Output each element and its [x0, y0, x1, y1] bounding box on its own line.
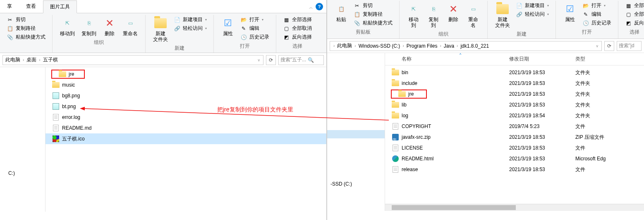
- file-row[interactable]: javafx-src.zip 2021/3/19 18:53 ZIP 压缩文件: [385, 132, 644, 143]
- tab-share[interactable]: 享: [0, 0, 19, 13]
- file-row[interactable]: lib 2021/3/19 18:53 文件夹: [385, 99, 644, 110]
- easy-access-button[interactable]: 🔗轻松访问▾: [172, 24, 208, 32]
- file-row[interactable]: jre 2021/3/19 18:53 文件夹: [385, 89, 644, 99]
- file-row[interactable]: 五子棋.ico: [45, 133, 326, 144]
- paste-shortcut-button[interactable]: 📎粘贴快捷方式: [5, 33, 47, 41]
- col-date[interactable]: 修改日期: [509, 56, 575, 63]
- invert-selection-button[interactable]: ◩反向: [623, 19, 644, 27]
- new-folder-button[interactable]: 新建 文件夹: [151, 16, 170, 43]
- properties-button[interactable]: ☑属性: [219, 16, 237, 37]
- search-input[interactable]: 搜索"jd: [617, 41, 642, 51]
- crumb-desktop[interactable]: 桌面: [26, 56, 37, 63]
- file-name: lib: [402, 102, 407, 108]
- file-name: jre: [408, 91, 414, 97]
- file-row[interactable]: COPYRIGHT 2019/7/4 5:23 文件: [385, 121, 644, 132]
- refresh-button[interactable]: ⟳: [604, 41, 614, 51]
- select-all-button[interactable]: ▦全部: [623, 2, 644, 10]
- txt-icon: [52, 114, 60, 121]
- crumb-pf[interactable]: Program Files: [406, 43, 438, 49]
- group-label: 打开: [582, 27, 592, 36]
- breadcrumb[interactable]: 此电脑› 桌面› 五子棋 v: [2, 55, 263, 65]
- search-input[interactable]: 搜索"五子...🔍: [278, 55, 324, 65]
- file-row[interactable]: jre: [45, 69, 326, 80]
- invert-selection-button[interactable]: ◩反向选择: [281, 33, 314, 41]
- file-list[interactable]: jremusicbg8.pngbt.pngerror.logREADME.md五…: [45, 67, 326, 212]
- col-name[interactable]: 名称: [385, 56, 509, 63]
- open-button[interactable]: 📂打开▾: [239, 16, 271, 24]
- edit-button[interactable]: ✎编辑: [581, 10, 613, 18]
- file-row[interactable]: bin 2021/3/19 18:53 文件夹: [385, 67, 644, 78]
- new-item-button[interactable]: 📄新建项目▾: [514, 2, 551, 10]
- sidebar-item-drive[interactable]: C:): [0, 169, 45, 177]
- tab-view[interactable]: 查看: [19, 0, 43, 13]
- open-button[interactable]: 📂打开▾: [581, 2, 613, 10]
- tab-image-tools[interactable]: 图片工具: [43, 0, 77, 13]
- chevron-right-icon: ›: [332, 44, 336, 48]
- scrollbar-thumb[interactable]: [392, 205, 516, 210]
- copy-to-button[interactable]: ⎘复制到: [424, 2, 443, 29]
- file-name: COPYRIGHT: [402, 123, 431, 129]
- select-none-button[interactable]: ▢全部: [623, 10, 644, 18]
- group-label: 打开: [240, 41, 250, 51]
- file-name: javafx-src.zip: [402, 134, 431, 140]
- chevron-down-icon[interactable]: v: [256, 58, 262, 62]
- new-item-button[interactable]: 📄新建项目▾: [172, 16, 208, 24]
- rename-button[interactable]: ▭重命名: [120, 16, 140, 37]
- file-row[interactable]: LICENSE 2021/3/19 18:53 文件: [385, 143, 644, 153]
- cut-button[interactable]: ✂剪切: [5, 16, 47, 24]
- sidebar-item-ssd[interactable]: -SSD (C:): [327, 180, 385, 188]
- refresh-button[interactable]: ⟳: [266, 55, 276, 65]
- file-type: 文件: [575, 145, 644, 152]
- properties-button[interactable]: ☑属性: [561, 2, 579, 23]
- cut-button[interactable]: ✂剪切: [352, 2, 394, 10]
- chevron-right-icon: ›: [21, 58, 26, 62]
- col-type[interactable]: 类型: [575, 56, 644, 63]
- zip-icon: [392, 133, 399, 141]
- help-icon[interactable]: ?: [316, 3, 323, 10]
- crumb-java[interactable]: Java: [443, 43, 455, 49]
- file-row[interactable]: release 2021/3/19 18:53 文件: [385, 164, 644, 175]
- ribbon: ✂剪切 📋复制路径 📎粘贴快捷方式 ⇱移动到 ⎘复制到 ✕删除 ▭重命名 组织 …: [0, 13, 326, 53]
- new-folder-button[interactable]: 新建 文件夹: [493, 2, 512, 29]
- copy-path-button[interactable]: 📋复制路径: [352, 10, 394, 18]
- file-row[interactable]: README.html 2021/3/19 18:53 Microsoft Ed…: [385, 153, 644, 164]
- move-to-button[interactable]: ⇱移动到: [405, 2, 423, 29]
- copy-path-button[interactable]: 📋复制路径: [5, 24, 47, 32]
- horizontal-scrollbar[interactable]: [385, 204, 644, 211]
- crumb-pc[interactable]: 此电脑: [336, 42, 353, 49]
- file-row[interactable]: log 2021/3/19 18:54 文件夹: [385, 110, 644, 121]
- file-row[interactable]: bg8.png: [45, 90, 326, 101]
- nav-sidebar[interactable]: C:): [0, 67, 45, 212]
- file-row[interactable]: include 2021/3/19 18:53 文件夹: [385, 78, 644, 89]
- file-row[interactable]: music: [45, 80, 326, 90]
- crumb-drive[interactable]: Windows-SSD (C:): [358, 43, 401, 49]
- checkbox-icon: ☑: [221, 17, 235, 30]
- crumb-pc[interactable]: 此电脑: [5, 56, 21, 63]
- copy-to-button[interactable]: ⎘复制到: [79, 16, 99, 37]
- crumb-folder[interactable]: 五子棋: [42, 56, 59, 63]
- crumb-jdk[interactable]: jdk1.8.0_221: [460, 43, 490, 49]
- edit-button[interactable]: ✎编辑: [239, 24, 271, 32]
- breadcrumb[interactable]: › 此电脑› Windows-SSD (C:)› Program Files› …: [330, 41, 602, 51]
- select-none-button[interactable]: ▢全部取消: [281, 24, 314, 32]
- file-row[interactable]: bt.png: [45, 101, 326, 112]
- delete-button[interactable]: ✕删除: [101, 16, 119, 37]
- rename-button[interactable]: ▭重命名: [464, 2, 482, 29]
- file-list[interactable]: bin 2021/3/19 18:53 文件夹 include 2021/3/1…: [385, 65, 644, 204]
- chevron-down-icon[interactable]: v: [595, 44, 600, 48]
- history-button[interactable]: 🕓历史记录: [581, 19, 613, 27]
- move-to-button[interactable]: ⇱移动到: [57, 16, 77, 37]
- select-all-button[interactable]: ▦全部选择: [281, 16, 314, 24]
- history-button[interactable]: 🕓历史记录: [239, 33, 271, 41]
- nav-sidebar[interactable]: -SSD (C:): [327, 53, 385, 211]
- delete-button[interactable]: ✕删除: [444, 2, 462, 23]
- chevron-up-icon[interactable]: ︿: [309, 5, 313, 10]
- file-row[interactable]: error.log: [45, 112, 326, 123]
- file-row[interactable]: README.md: [45, 123, 326, 133]
- easy-access-button[interactable]: 🔗轻松访问▾: [514, 10, 551, 18]
- column-header[interactable]: ^ 名称 修改日期 类型: [385, 53, 644, 65]
- paste-button[interactable]: 📋粘贴: [332, 2, 350, 23]
- sidebar-item-empty[interactable]: [327, 130, 385, 138]
- paste-shortcut-button[interactable]: 📎粘贴快捷方式: [352, 19, 394, 27]
- new-item-icon: 📄: [516, 2, 522, 9]
